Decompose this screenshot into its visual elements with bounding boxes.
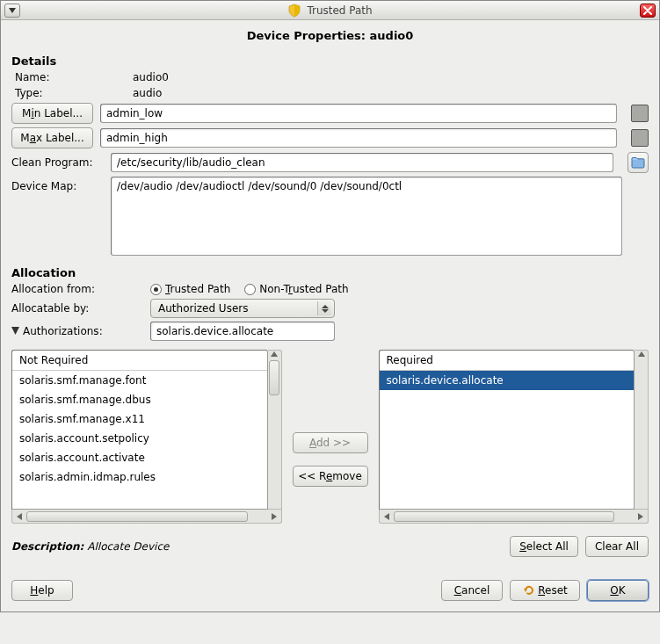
hscroll-thumb[interactable]: [394, 511, 615, 522]
ok-button[interactable]: OK: [587, 580, 649, 601]
max-label-button[interactable]: Max Label...: [11, 127, 93, 148]
close-button[interactable]: [640, 4, 656, 18]
radio-non-trusted-path[interactable]: Non-Trusted Path: [244, 283, 348, 295]
scroll-thumb[interactable]: [269, 360, 279, 395]
allocation-header: Allocation: [11, 266, 649, 279]
scroll-up-icon: [638, 351, 645, 357]
list-item[interactable]: solaris.device.allocate: [380, 371, 635, 390]
svg-marker-11: [524, 589, 527, 592]
description: Description: Allocate Device: [11, 540, 169, 553]
scroll-right-icon: [269, 511, 279, 522]
required-hscrollbar[interactable]: [379, 510, 649, 524]
type-value: audio: [133, 87, 162, 99]
svg-marker-8: [638, 351, 645, 357]
clear-all-button[interactable]: Clear All: [585, 536, 649, 557]
window: Trusted Path Device Properties: audio0 D…: [0, 0, 660, 612]
svg-marker-9: [384, 513, 389, 520]
not-required-vscrollbar[interactable]: [268, 350, 282, 510]
svg-marker-0: [9, 8, 16, 13]
authorizations-expander[interactable]: Authorizations:: [11, 325, 103, 337]
not-required-header: Not Required: [12, 351, 267, 371]
svg-marker-4: [11, 327, 19, 335]
close-icon: [643, 6, 652, 15]
list-item[interactable]: solaris.smf.manage.font: [12, 371, 267, 390]
min-label-button[interactable]: Min Label...: [11, 103, 93, 124]
expander-triangle-icon: [11, 327, 19, 335]
max-label-color-swatch[interactable]: [631, 129, 649, 147]
not-required-items[interactable]: solaris.smf.manage.fontsolaris.smf.manag…: [12, 371, 267, 509]
allocatable-by-label: Allocatable by:: [11, 302, 143, 315]
required-listbox: Required solaris.device.allocate: [379, 350, 649, 524]
shield-icon: [287, 4, 301, 18]
radio-off-icon: [244, 284, 256, 295]
scroll-up-icon: [271, 351, 278, 357]
svg-marker-10: [638, 513, 643, 520]
svg-marker-6: [17, 513, 22, 520]
list-item[interactable]: solaris.account.activate: [12, 448, 267, 467]
window-menu-button[interactable]: [4, 4, 20, 18]
scroll-left-icon: [14, 511, 25, 522]
svg-marker-5: [271, 351, 278, 357]
folder-icon: [631, 156, 645, 169]
help-button[interactable]: Help: [11, 580, 73, 601]
details-header: Details: [11, 54, 649, 68]
radio-on-icon: [150, 284, 162, 295]
svg-marker-2: [322, 305, 329, 308]
svg-rect-1: [632, 159, 644, 168]
min-label-input[interactable]: [100, 104, 617, 123]
dropdown-value: Authorized Users: [158, 302, 248, 315]
radio-trusted-path[interactable]: Trusted Path: [150, 283, 230, 295]
reset-button[interactable]: Reset: [510, 580, 580, 601]
required-vscrollbar[interactable]: [635, 350, 649, 510]
undo-icon: [522, 584, 534, 597]
clean-program-browse-button[interactable]: [627, 152, 649, 173]
required-items[interactable]: solaris.device.allocate: [380, 371, 635, 509]
list-item[interactable]: solaris.admin.idmap.rules: [12, 467, 267, 487]
allocatable-by-dropdown[interactable]: Authorized Users: [150, 299, 335, 318]
svg-marker-7: [272, 513, 277, 520]
select-all-button[interactable]: Select All: [510, 536, 578, 557]
clean-program-input[interactable]: [111, 153, 613, 172]
chevron-down-icon: [9, 8, 16, 13]
allocation-from-label: Allocation from:: [11, 283, 143, 295]
device-map-textarea[interactable]: /dev/audio /dev/audioctl /dev/sound/0 /d…: [111, 177, 622, 256]
svg-marker-3: [322, 309, 329, 313]
max-label-input[interactable]: [100, 128, 617, 148]
add-button[interactable]: Add >>: [293, 432, 368, 453]
device-map-label: Device Map:: [11, 177, 104, 192]
remove-button[interactable]: << Remove: [293, 466, 368, 487]
description-value: Allocate Device: [87, 540, 169, 553]
scroll-left-icon: [381, 511, 392, 522]
clean-program-label: Clean Program:: [11, 156, 104, 169]
hscroll-thumb[interactable]: [26, 511, 248, 522]
description-label: Description:: [11, 540, 83, 553]
min-label-color-swatch[interactable]: [631, 105, 649, 122]
list-item[interactable]: solaris.smf.manage.x11: [12, 409, 267, 429]
cancel-button[interactable]: Cancel: [441, 580, 503, 601]
not-required-listbox: Not Required solaris.smf.manage.fontsola…: [11, 350, 282, 524]
authorizations-label: Authorizations:: [23, 325, 103, 337]
type-label: Type:: [11, 87, 126, 99]
page-title: Device Properties: audio0: [1, 20, 659, 49]
required-header: Required: [380, 351, 635, 371]
window-title: Trusted Path: [307, 4, 372, 17]
name-label: Name:: [11, 71, 126, 83]
scroll-right-icon: [635, 511, 646, 522]
titlebar: Trusted Path: [1, 1, 659, 20]
authorizations-input[interactable]: [150, 322, 335, 341]
not-required-hscrollbar[interactable]: [11, 510, 282, 524]
name-value: audio0: [133, 71, 169, 83]
dropdown-arrows-icon: [317, 301, 331, 315]
list-item[interactable]: solaris.smf.manage.dbus: [12, 390, 267, 409]
list-item[interactable]: solaris.account.setpolicy: [12, 429, 267, 448]
